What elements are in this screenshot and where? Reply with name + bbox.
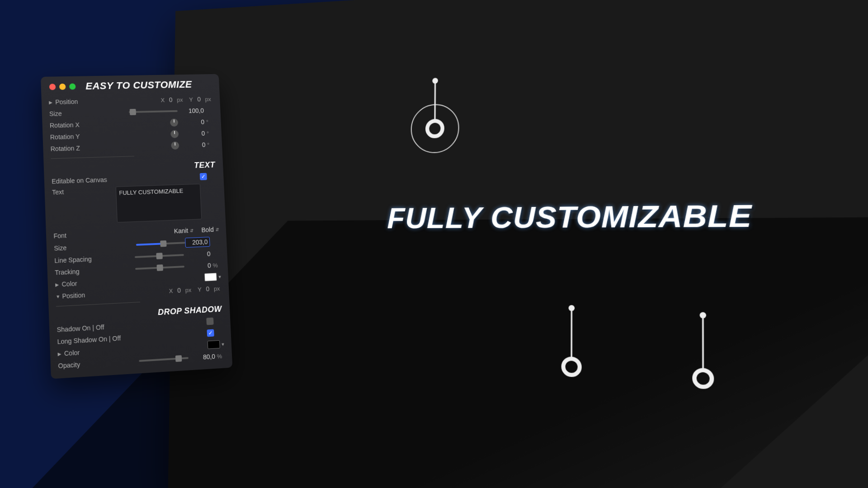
font-size-label: Size — [54, 242, 118, 252]
panel-title: EASY TO CUSTOMIZE — [85, 79, 192, 92]
tracking-value[interactable]: 0 — [184, 262, 211, 270]
rotation-z-label: Rotation Z — [50, 144, 114, 153]
rotation-x-value[interactable]: 0 — [178, 118, 205, 126]
inspector-panel-container: EASY TO CUSTOMIZE ▶ Position X 0 px Y 0 … — [41, 77, 222, 376]
rotation-y-value[interactable]: 0 — [179, 130, 205, 137]
rotation-z-value[interactable]: 0 — [179, 141, 206, 149]
text-position-label: Position — [62, 289, 126, 300]
font-family-select[interactable]: Kanit ⇵ — [174, 227, 194, 235]
font-size-input[interactable] — [185, 237, 210, 248]
rotation-y-label: Rotation Y — [50, 132, 114, 141]
chevron-down-icon[interactable]: ▾ — [222, 341, 224, 347]
row-text: Text — [50, 182, 221, 226]
position-label: Position — [55, 97, 119, 106]
font-weight-select[interactable]: Bold ⇵ — [201, 226, 219, 234]
rotation-z-dial[interactable] — [171, 141, 179, 150]
editable-on-canvas-label: Editable on Canvas — [52, 175, 142, 185]
svg-point-6 — [563, 359, 580, 375]
rotation-x-dial[interactable] — [170, 118, 178, 127]
text-label: Text — [52, 187, 116, 196]
shadow-color-swatch[interactable] — [208, 340, 220, 349]
disclosure-icon[interactable]: ▶ — [55, 282, 60, 287]
text-color-label: Color — [61, 277, 126, 288]
line-spacing-value[interactable]: 0 — [184, 250, 210, 258]
text-position-x-axis: X — [169, 287, 173, 294]
svg-line-1 — [435, 81, 435, 122]
divider — [51, 156, 134, 159]
long-shadow-on-checkbox[interactable] — [207, 329, 214, 337]
text-position-y-value[interactable]: 0 — [206, 285, 209, 292]
disclosure-icon[interactable]: ▶ — [49, 99, 53, 104]
svg-point-5 — [569, 305, 575, 311]
opacity-label: Opacity — [58, 358, 123, 370]
text-position-x-unit: px — [184, 286, 193, 293]
font-label: Font — [53, 230, 118, 240]
tracking-unit: % — [211, 262, 221, 269]
inspector-panel: EASY TO CUSTOMIZE ▶ Position X 0 px Y 0 … — [41, 74, 232, 379]
editable-on-canvas-checkbox[interactable] — [200, 173, 207, 180]
text-position-y-axis: Y — [198, 286, 202, 293]
chevron-down-icon[interactable]: ▾ — [218, 274, 221, 280]
rotation-z-unit: ° — [205, 141, 215, 148]
shadow-color-label: Color — [64, 346, 129, 357]
position-x-unit: px — [175, 96, 185, 103]
opacity-slider[interactable] — [139, 357, 189, 362]
text-input[interactable] — [116, 184, 202, 223]
position-y-value[interactable]: 0 — [197, 96, 201, 103]
text-color-swatch[interactable] — [204, 273, 217, 282]
close-icon[interactable] — [49, 84, 56, 90]
rotation-x-unit: ° — [204, 118, 214, 125]
size-value[interactable]: 100,0 — [177, 107, 204, 115]
disclosure-icon[interactable]: ▶ — [57, 351, 62, 357]
rotation-x-label: Rotation X — [50, 121, 113, 129]
position-x-axis: X — [160, 97, 165, 103]
panel-titlebar[interactable]: EASY TO CUSTOMIZE — [46, 74, 214, 96]
preview-canvas[interactable]: FULLY CUSTOMIZABLE — [168, 0, 868, 488]
anchor-handle-top[interactable] — [406, 75, 464, 163]
position-y-unit: px — [203, 96, 213, 103]
chevron-updown-icon: ⇵ — [215, 227, 219, 232]
preview-headline[interactable]: FULLY CUSTOMIZABLE — [172, 194, 868, 235]
line-spacing-label: Line Spacing — [54, 254, 118, 264]
svg-point-8 — [700, 312, 706, 319]
chevron-updown-icon: ⇵ — [190, 228, 193, 233]
anchor-handle-bottom-left[interactable] — [551, 304, 592, 385]
font-family-value: Kanit — [174, 227, 189, 235]
tracking-slider[interactable] — [135, 266, 184, 270]
font-weight-value: Bold — [201, 226, 214, 234]
text-position-x-value[interactable]: 0 — [177, 286, 181, 294]
position-x-value[interactable]: 0 — [169, 96, 173, 103]
opacity-unit: % — [215, 352, 225, 360]
anchor-handle-bottom-right[interactable] — [681, 311, 725, 395]
text-position-y-unit: px — [212, 285, 222, 292]
window-controls — [49, 84, 76, 90]
shadow-on-checkbox[interactable] — [206, 318, 213, 325]
svg-point-2 — [432, 78, 438, 84]
rotation-y-unit: ° — [205, 130, 215, 136]
svg-point-3 — [427, 121, 443, 136]
preview-viewport: FULLY CUSTOMIZABLE — [172, 0, 868, 488]
opacity-value[interactable]: 80,0 — [189, 353, 216, 362]
maximize-icon[interactable] — [69, 84, 76, 90]
line-spacing-slider[interactable] — [135, 254, 184, 258]
minimize-icon[interactable] — [59, 84, 66, 90]
font-size-slider[interactable] — [136, 242, 185, 246]
position-y-axis: Y — [189, 96, 193, 103]
size-slider[interactable] — [129, 110, 178, 113]
tracking-label: Tracking — [55, 266, 119, 277]
size-label: Size — [49, 109, 113, 117]
svg-point-9 — [694, 370, 712, 387]
rotation-y-dial[interactable] — [170, 130, 179, 138]
disclosure-icon[interactable]: ▼ — [56, 294, 61, 299]
